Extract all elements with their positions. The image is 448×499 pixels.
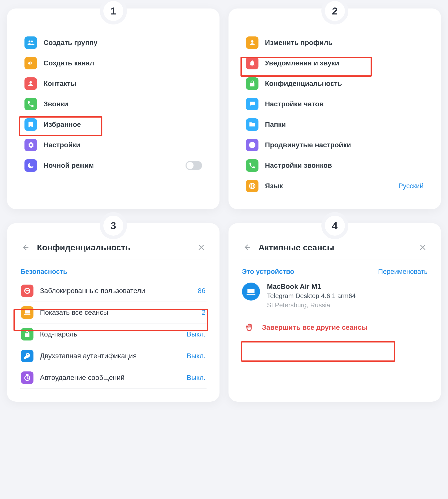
row-two-step[interactable]: Двухэтапная аутентификация Выкл. [20,345,207,367]
moon-icon [24,159,37,172]
device-info: MacBook Air M1 Telegram Desktop 4.6.1 ar… [267,283,356,309]
menu-folders[interactable]: Папки [243,114,426,135]
sessions-count: 2 [202,309,206,317]
group-icon [24,36,37,49]
step-3-card: 3 Конфиденциальность Безопасность Заблок… [7,223,220,402]
step-4-card: 4 Активные сеансы Это устройство Переиме… [228,223,441,402]
gear-icon [24,139,37,151]
row-passcode[interactable]: Код-пароль Выкл. [20,324,207,345]
profile-icon [246,36,258,49]
menu-saved[interactable]: Избранное [22,114,205,135]
step-2-card: 2 Изменить профиль Уведомления и звуки К… [228,8,441,209]
person-icon [24,77,37,90]
lock-icon [21,328,33,340]
blocked-count: 86 [198,287,206,295]
globe-icon [246,180,258,192]
device-app: Telegram Desktop 4.6.1 arm64 [267,292,356,300]
menu-label: Контакты [43,80,76,88]
row-label: Двухэтапная аутентификация [40,352,137,360]
panel4-title: Активные сеансы [258,243,411,252]
row-label: Показать все сеансы [40,309,108,317]
security-section-header: Безопасность [20,266,207,280]
megaphone-icon [24,57,37,69]
section-label: Безопасность [20,268,67,276]
row-blocked-users[interactable]: Заблокированные пользователи 86 [20,280,207,302]
menu-label: Настройки [43,141,80,149]
menu-label: Папки [265,121,286,129]
menu-call-settings[interactable]: Настройки звонков [243,155,426,176]
laptop-icon [21,306,33,319]
stop-hand-icon [244,323,254,332]
back-button[interactable] [241,242,252,253]
twofa-value: Выкл. [187,352,206,360]
menu-label: Конфиденциальность [265,80,342,88]
bell-icon [246,57,258,69]
menu-label: Избранное [43,121,81,129]
menu-notifications[interactable]: Уведомления и звуки [243,53,426,73]
row-label: Заблокированные пользователи [40,287,145,295]
rename-action[interactable]: Переименовать [378,268,428,276]
menu-label: Язык [265,182,283,190]
timer-icon [21,371,33,384]
phone-icon [246,159,258,172]
step-2-badge: 2 [321,0,348,24]
menu-label: Настройки звонков [265,162,332,169]
menu-edit-profile[interactable]: Изменить профиль [243,32,426,53]
device-name: MacBook Air M1 [267,283,356,291]
menu-label: Настройки чатов [265,100,324,108]
step-3-badge: 3 [100,212,127,239]
menu-settings[interactable]: Настройки [22,135,205,155]
row-label: Автоудаление сообщений [40,374,125,382]
phone-icon [24,98,37,110]
device-mac-icon [242,283,260,301]
menu-label: Продвинутые настройки [265,141,351,149]
step-4-badge: 4 [321,212,348,239]
lock-icon [246,77,258,90]
menu-label: Ночной режим [43,162,94,169]
panel3-title: Конфиденциальность [37,243,190,252]
terminate-all-sessions[interactable]: Завершить все другие сеансы [241,318,428,337]
passcode-value: Выкл. [187,330,206,338]
menu-create-channel[interactable]: Создать канал [22,53,205,73]
step-1-card: 1 Создать группу Создать канал Контакты … [7,8,220,209]
highlight-terminate [241,341,395,362]
step-1-badge: 1 [100,0,127,24]
bookmark-icon [24,118,37,131]
current-device[interactable]: MacBook Air M1 Telegram Desktop 4.6.1 ar… [241,280,428,317]
key-icon [21,350,33,362]
terminate-label: Завершить все другие сеансы [262,324,368,332]
menu-label: Звонки [43,100,68,108]
row-active-sessions[interactable]: Показать все сеансы 2 [20,302,207,324]
section-label: Это устройство [242,268,294,276]
row-label: Код-пароль [40,330,77,338]
chat-icon [246,98,258,110]
menu-language[interactable]: Язык Русский [243,176,426,196]
language-value: Русский [399,182,424,190]
blocked-icon [21,285,33,297]
row-autodelete[interactable]: Автоудаление сообщений Выкл. [20,367,207,389]
close-button[interactable] [196,242,207,253]
menu-label: Создать группу [43,39,97,47]
menu-label: Уведомления и звуки [265,59,339,67]
menu-label: Создать канал [43,59,94,67]
folder-icon [246,118,258,131]
menu-contacts[interactable]: Контакты [22,73,205,94]
device-location: St Petersburg, Russia [267,301,356,309]
menu-advanced[interactable]: Продвинутые настройки [243,135,426,155]
back-button[interactable] [20,242,30,253]
menu-chat-settings[interactable]: Настройки чатов [243,94,426,114]
panel3-header: Конфиденциальность [20,241,207,260]
autodel-value: Выкл. [187,374,206,382]
panel4-header: Активные сеансы [241,241,428,260]
menu-calls[interactable]: Звонки [22,94,205,114]
menu-privacy[interactable]: Конфиденциальность [243,73,426,94]
menu-create-group[interactable]: Создать группу [22,32,205,53]
menu-label: Изменить профиль [265,39,332,47]
this-device-header: Это устройство Переименовать [241,266,428,280]
night-mode-toggle[interactable] [186,161,202,170]
menu-night-mode[interactable]: Ночной режим [22,155,205,176]
sliders-icon [246,139,258,151]
close-button[interactable] [418,242,428,253]
